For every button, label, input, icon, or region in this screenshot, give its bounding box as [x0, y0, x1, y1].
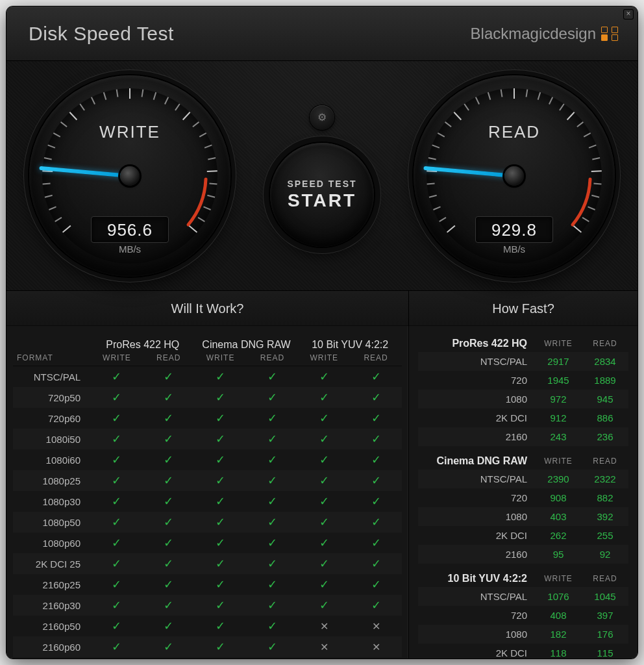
check-icon: ✓ — [298, 453, 350, 467]
check-icon: ✓ — [298, 598, 350, 612]
hf-row: 2K DCI118115 — [418, 644, 628, 659]
wiw-format-label: NTSC/PAL — [13, 371, 91, 383]
write-readout: 956.6 MB/s — [91, 216, 169, 255]
hf-col-write: WRITE — [535, 339, 582, 348]
hf-row: 1080972945 — [418, 390, 628, 408]
hf-group-name: Cinema DNG RAW — [418, 455, 535, 467]
hf-group: Cinema DNG RAWWRITEREADNTSC/PAL239023227… — [418, 453, 628, 564]
format-header: FORMAT — [13, 353, 91, 362]
wiw-format-label: 1080i60 — [13, 455, 91, 466]
brand-logo: Blackmagicdesign — [471, 25, 618, 43]
wiw-row: 1080p50✓✓✓✓✓✓ — [13, 512, 402, 533]
start-caption: SPEED TEST — [287, 179, 356, 189]
check-icon: ✓ — [91, 640, 143, 654]
hf-write-val: 95 — [535, 549, 582, 560]
check-icon: ✓ — [91, 536, 143, 550]
read-gauge: READ 929.8 MB/s — [414, 75, 615, 277]
check-icon: ✓ — [350, 370, 402, 384]
hf-read-val: 92 — [582, 549, 628, 560]
write-gauge: WRITE 956.6 MB/s — [29, 75, 230, 277]
wiw-format-label: 2160p50 — [13, 621, 91, 632]
hf-col-read: READ — [582, 339, 628, 348]
check-icon: ✓ — [195, 494, 247, 508]
wiw-format-label: 1080p50 — [13, 517, 91, 528]
hf-read-val: 945 — [582, 394, 628, 405]
hf-write-val: 262 — [535, 530, 582, 541]
check-icon: ✓ — [350, 494, 402, 508]
hf-row: 1080182176 — [418, 625, 628, 644]
write-value: 956.6 — [92, 220, 168, 240]
hf-row: 2K DCI262255 — [418, 526, 628, 545]
x-icon: ✕ — [350, 641, 402, 653]
check-icon: ✓ — [247, 432, 299, 446]
hf-group-header: ProRes 422 HQWRITEREAD — [418, 335, 628, 352]
write-unit: MB/s — [91, 244, 169, 255]
brand-icon — [601, 27, 608, 41]
lower-panels: Will It Work? ProRes 422 HQ Cinema DNG R… — [6, 291, 638, 659]
hf-row: 2K DCI912886 — [418, 408, 628, 427]
wiw-format-label: 1080i50 — [13, 434, 91, 445]
check-icon: ✓ — [195, 432, 247, 446]
hf-res: 720 — [418, 610, 535, 621]
close-button[interactable]: × — [623, 9, 634, 19]
hf-res: 2160 — [418, 549, 535, 560]
write-gauge-label: WRITE — [29, 122, 230, 142]
hf-read-val: 397 — [582, 610, 628, 621]
hf-row: 1080403392 — [418, 507, 628, 526]
hf-res: 1080 — [418, 394, 535, 405]
check-icon: ✓ — [298, 557, 350, 571]
hf-group-header: 10 Bit YUV 4:2:2WRITEREAD — [418, 570, 628, 587]
hf-write-val: 243 — [535, 431, 582, 442]
hf-read-val: 392 — [582, 511, 628, 522]
check-icon: ✓ — [143, 370, 195, 384]
settings-button[interactable]: ⚙ — [310, 105, 334, 130]
start-button[interactable]: SPEED TEST START — [270, 143, 374, 247]
hf-res: NTSC/PAL — [418, 356, 535, 367]
check-icon: ✓ — [91, 453, 143, 467]
hf-res: 1080 — [418, 629, 535, 640]
check-icon: ✓ — [143, 494, 195, 508]
hf-read-val: 255 — [582, 530, 628, 541]
wiw-row: 2160p30✓✓✓✓✓✓ — [13, 595, 402, 616]
check-icon: ✓ — [143, 473, 195, 488]
check-icon: ✓ — [143, 432, 195, 446]
check-icon: ✓ — [143, 640, 195, 654]
check-icon: ✓ — [195, 473, 247, 488]
hf-read-val: 2322 — [582, 473, 628, 484]
wiw-group-2: 10 Bit YUV 4:2:2 — [298, 339, 402, 351]
will-it-work-panel: Will It Work? ProRes 422 HQ Cinema DNG R… — [6, 291, 409, 659]
wiw-row: 720p50✓✓✓✓✓✓ — [13, 387, 402, 408]
check-icon: ✓ — [195, 390, 247, 405]
hf-res: 1080 — [418, 511, 535, 522]
wiw-format-label: 2160p60 — [13, 642, 91, 653]
will-it-work-title: Will It Work? — [6, 291, 408, 326]
wiw-format-label: 2160p30 — [13, 600, 91, 611]
app-title: Disk Speed Test — [29, 23, 174, 45]
check-icon: ✓ — [247, 473, 299, 488]
check-icon: ✓ — [298, 494, 350, 508]
check-icon: ✓ — [195, 577, 247, 592]
check-icon: ✓ — [91, 619, 143, 633]
wiw-format-label: 720p60 — [13, 413, 91, 424]
hf-group-name: 10 Bit YUV 4:2:2 — [418, 573, 535, 584]
wiw-row: 2160p50✓✓✓✓✕✕ — [13, 616, 402, 636]
check-icon: ✓ — [91, 557, 143, 571]
check-icon: ✓ — [195, 370, 247, 384]
check-icon: ✓ — [195, 598, 247, 612]
hf-res: 2160 — [418, 431, 535, 442]
check-icon: ✓ — [247, 536, 299, 550]
hf-group-name: ProRes 422 HQ — [418, 338, 535, 349]
hf-write-val: 408 — [535, 610, 582, 621]
wiw-sub-header: FORMAT WRITE READ WRITE READ WRITE READ — [13, 351, 402, 366]
hf-write-val: 908 — [535, 492, 582, 503]
x-icon: ✕ — [298, 641, 350, 653]
hf-write-val: 972 — [535, 394, 582, 405]
hf-write-val: 118 — [535, 647, 582, 659]
check-icon: ✓ — [91, 411, 143, 425]
wiw-row: 2K DCI 25✓✓✓✓✓✓ — [13, 553, 402, 574]
check-icon: ✓ — [195, 453, 247, 467]
check-icon: ✓ — [298, 515, 350, 529]
hf-col-read: READ — [582, 574, 628, 583]
read-readout: 929.8 MB/s — [475, 216, 553, 255]
check-icon: ✓ — [143, 577, 195, 592]
